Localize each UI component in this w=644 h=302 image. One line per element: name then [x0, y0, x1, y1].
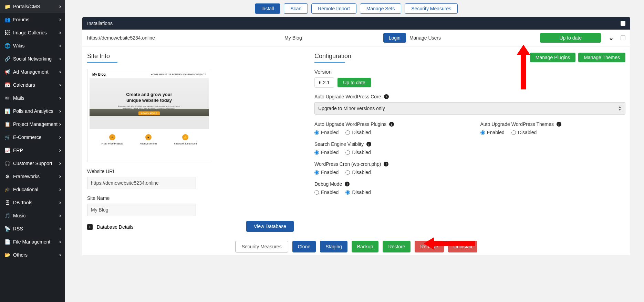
installation-name: My Blog: [284, 35, 383, 41]
chevron-right-icon: ›: [59, 199, 61, 206]
restore-button[interactable]: Restore: [383, 241, 411, 252]
chevron-right-icon: ›: [59, 173, 61, 180]
select-all-checkbox[interactable]: [621, 21, 625, 26]
sidebar-item-others[interactable]: 📂Others›: [0, 248, 65, 261]
calendar-icon: 📅: [4, 82, 10, 88]
sidebar-item-calendars[interactable]: 📅Calendars›: [0, 78, 65, 91]
sidebar-item-forums[interactable]: 👥Forums›: [0, 13, 65, 26]
chevron-right-icon: ›: [59, 30, 61, 36]
chart-bar-icon: 📊: [4, 108, 10, 114]
auto-upgrade-core-select[interactable]: Upgrade to Minor versions only ▲▼: [314, 102, 625, 115]
auto-upgrade-core-label: Auto Upgrade WordPress Core i: [314, 94, 625, 99]
db-icon: 🗄: [4, 200, 10, 205]
backup-button[interactable]: Backup: [352, 241, 379, 252]
info-icon[interactable]: i: [389, 122, 394, 127]
sidebar-item-educational[interactable]: 🎓Educational›: [0, 183, 65, 196]
installation-checkbox[interactable]: [621, 35, 625, 40]
tab-remote-import[interactable]: Remote Import: [311, 3, 356, 14]
installation-detail: Site Info My Blog HOME ABOUT US PORTFOLI…: [82, 46, 630, 235]
staging-button[interactable]: Staging: [320, 241, 347, 252]
tab-manage-sets[interactable]: Manage Sets: [360, 3, 402, 14]
view-database-button[interactable]: View Database: [246, 221, 294, 232]
chevron-right-icon: ›: [59, 56, 61, 62]
info-icon[interactable]: i: [557, 122, 561, 127]
themes-enabled-radio[interactable]: Enabled: [480, 130, 505, 135]
chevron-right-icon: ›: [59, 95, 61, 101]
clipboard-icon: 📋: [4, 121, 10, 127]
uninstall-button[interactable]: Uninstall: [448, 241, 478, 252]
sidebar-item-e-commerce[interactable]: 🛒E-Commerce›: [0, 131, 65, 144]
plugins-upgrade-label: Auto Upgrade WordPress Plugins: [314, 121, 386, 127]
sidebar-item-erp[interactable]: 📈ERP›: [0, 144, 65, 157]
chevron-right-icon: ›: [59, 3, 61, 10]
preview-feature-icon-2: ♥: [145, 134, 152, 140]
site-name-input[interactable]: [87, 204, 196, 216]
manage-users-link[interactable]: Manage Users: [409, 35, 441, 41]
themes-disabled-radio[interactable]: Disabled: [511, 130, 537, 135]
sidebar-item-frameworks[interactable]: ⚙Frameworks›: [0, 170, 65, 183]
info-icon[interactable]: i: [384, 162, 388, 166]
sidebar-item-portals-cms[interactable]: 📁Portals/CMS›: [0, 0, 65, 13]
sidebar-item-music[interactable]: 🎵Music›: [0, 209, 65, 222]
sidebar: 📁Portals/CMS› 👥Forums› 🖼Image Galleries›…: [0, 0, 65, 302]
plugins-enabled-radio[interactable]: Enabled: [314, 130, 339, 135]
cron-disabled-radio[interactable]: Disabled: [345, 170, 371, 175]
sidebar-item-ad-management[interactable]: 📢Ad Management›: [0, 65, 65, 78]
chevron-right-icon: ›: [59, 121, 61, 127]
themes-upgrade-label: Auto Upgrade WordPress Themes: [480, 121, 554, 127]
sidebar-item-polls-analytics[interactable]: 📊Polls and Analytics›: [0, 105, 65, 118]
debug-disabled-radio[interactable]: Disabled: [345, 190, 371, 195]
tab-scan[interactable]: Scan: [284, 3, 308, 14]
clone-button[interactable]: Clone: [292, 241, 316, 252]
plugins-disabled-radio[interactable]: Disabled: [345, 130, 371, 135]
sidebar-item-customer-support[interactable]: 🎧Customer Support›: [0, 157, 65, 170]
music-icon: 🎵: [4, 213, 10, 218]
search-disabled-radio[interactable]: Disabled: [345, 150, 371, 155]
search-enabled-radio[interactable]: Enabled: [314, 150, 339, 155]
chevron-right-icon: ›: [59, 252, 61, 258]
info-icon[interactable]: i: [345, 182, 350, 186]
sidebar-item-rss[interactable]: 📡RSS›: [0, 222, 65, 235]
sidebar-item-mails[interactable]: ✉Mails›: [0, 91, 65, 105]
info-icon[interactable]: i: [384, 94, 389, 99]
expand-toggle-icon[interactable]: ⌄: [609, 34, 614, 42]
megaphone-icon: 📢: [4, 69, 10, 75]
sidebar-item-db-tools[interactable]: 🗄DB Tools›: [0, 196, 65, 209]
site-preview-thumbnail[interactable]: My Blog HOME ABOUT US PORTFOLIO NEWS CON…: [87, 69, 211, 162]
manage-themes-button[interactable]: Manage Themes: [578, 53, 625, 62]
sidebar-item-file-management[interactable]: 📄File Management›: [0, 235, 65, 248]
database-details-label: Database Details: [97, 224, 134, 230]
cron-label: WordPress Cron (wp-cron.php): [314, 161, 381, 167]
preview-site-title: My Blog: [92, 73, 106, 76]
select-arrows-icon: ▲▼: [618, 106, 622, 111]
website-url-input[interactable]: [87, 177, 196, 189]
login-button[interactable]: Login: [383, 33, 406, 43]
cron-enabled-radio[interactable]: Enabled: [314, 170, 339, 175]
remove-button[interactable]: Remove: [415, 241, 444, 252]
tab-install[interactable]: Install: [255, 3, 281, 14]
sidebar-item-wikis[interactable]: 🌐Wikis›: [0, 39, 65, 52]
manage-plugins-button[interactable]: Manage Plugins: [530, 53, 575, 62]
site-info-column: Site Info My Blog HOME ABOUT US PORTFOLI…: [87, 53, 301, 232]
chevron-right-icon: ›: [59, 186, 61, 193]
chevron-right-icon: ›: [59, 213, 61, 219]
installations-title: Installations: [87, 21, 113, 26]
status-badge-up-to-date[interactable]: Up to date: [540, 33, 601, 43]
sidebar-item-social-networking[interactable]: 🔗Social Networking›: [0, 52, 65, 65]
chevron-right-icon: ›: [59, 69, 61, 75]
info-icon[interactable]: i: [366, 142, 371, 147]
security-measures-button[interactable]: Security Measures: [235, 241, 288, 252]
chevron-right-icon: ›: [59, 134, 61, 140]
rss-icon: 📡: [4, 226, 10, 231]
site-name-label: Site Name: [87, 195, 301, 201]
preview-headline-2: unique website today: [126, 98, 172, 104]
preview-subtext: Programmatically work but low hanging fr…: [115, 105, 184, 109]
tab-security-measures[interactable]: Security Measures: [405, 3, 458, 14]
sidebar-item-image-galleries[interactable]: 🖼Image Galleries›: [0, 26, 65, 39]
version-status-badge[interactable]: Up to date: [337, 78, 371, 87]
folder-icon: 📁: [4, 4, 10, 9]
database-details-toggle[interactable]: + Database Details: [87, 224, 134, 230]
sidebar-item-project-management[interactable]: 📋Project Management›: [0, 118, 65, 131]
debug-enabled-radio[interactable]: Enabled: [314, 190, 339, 195]
installation-url[interactable]: https://demowebsite5234.online: [87, 35, 284, 41]
